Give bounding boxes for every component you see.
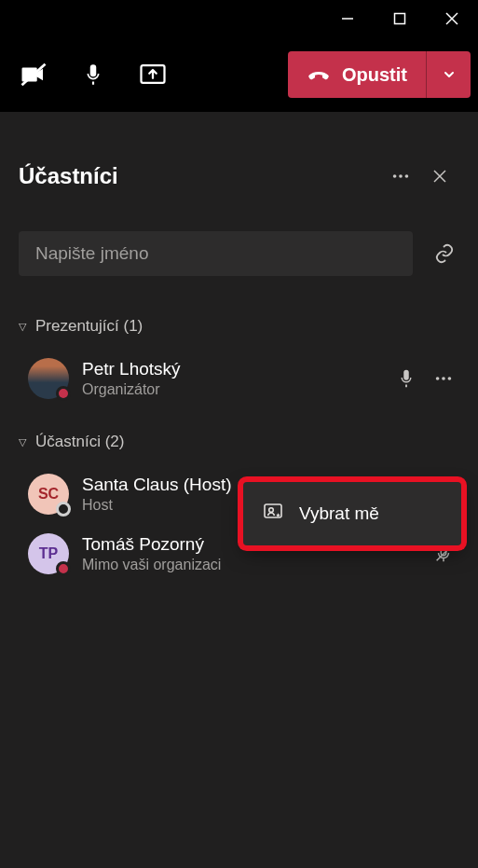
svg-point-13 <box>448 377 452 380</box>
share-screen-button[interactable] <box>127 48 179 101</box>
avatar-initials: SC <box>38 486 59 503</box>
call-toolbar: Opustit <box>0 37 478 112</box>
avatar-initials: TP <box>39 545 58 562</box>
svg-point-6 <box>393 174 397 178</box>
attendees-section-header[interactable]: ▽ Účastníci (2) <box>19 433 459 451</box>
participant-more-button[interactable] <box>433 368 454 389</box>
panel-title: Účastníci <box>19 163 118 189</box>
window-close-button[interactable] <box>426 0 478 37</box>
svg-point-7 <box>399 174 403 178</box>
participant-name: Petr Lhotský <box>82 359 383 379</box>
svg-point-17 <box>269 507 274 512</box>
spotlight-icon <box>262 501 284 528</box>
chevron-down-icon: ▽ <box>19 321 26 333</box>
window-maximize-button[interactable] <box>374 0 426 37</box>
microphone-icon <box>396 368 417 389</box>
microphone-button[interactable] <box>67 48 119 101</box>
avatar: TP <box>28 533 69 574</box>
leave-button-group: Opustit <box>288 51 471 98</box>
leave-dropdown-button[interactable] <box>426 51 471 98</box>
camera-off-button[interactable] <box>7 48 60 101</box>
hangup-icon <box>307 61 331 90</box>
svg-point-12 <box>442 377 445 380</box>
svg-point-11 <box>436 377 440 380</box>
panel-more-button[interactable] <box>381 157 420 196</box>
participant-row[interactable]: Petr Lhotský Organizátor <box>19 349 459 408</box>
svg-rect-1 <box>395 14 405 24</box>
leave-label: Opustit <box>342 64 407 86</box>
copy-link-button[interactable] <box>430 231 459 276</box>
panel-close-button[interactable] <box>420 157 459 196</box>
presence-busy-icon <box>56 386 71 401</box>
participant-subtitle: Mimo vaši organizaci <box>82 557 420 573</box>
participant-subtitle: Organizátor <box>82 381 383 398</box>
search-input[interactable] <box>19 231 413 276</box>
leave-button[interactable]: Opustit <box>288 61 426 90</box>
microphone-muted-icon <box>433 544 454 564</box>
window-titlebar <box>0 0 478 37</box>
attendees-label: Účastníci (2) <box>35 433 124 451</box>
avatar <box>28 358 69 399</box>
avatar: SC <box>28 474 69 515</box>
context-menu: Vybrat mě <box>243 482 461 545</box>
presenters-label: Prezentující (1) <box>35 317 143 336</box>
chevron-down-icon: ▽ <box>19 436 26 448</box>
presence-offline-icon <box>56 502 71 517</box>
spotlight-label[interactable]: Vybrat mě <box>299 503 379 524</box>
window-minimize-button[interactable] <box>321 0 374 37</box>
presence-busy-icon <box>56 561 71 576</box>
presenters-section-header[interactable]: ▽ Prezentující (1) <box>19 317 459 336</box>
svg-point-8 <box>405 174 409 178</box>
